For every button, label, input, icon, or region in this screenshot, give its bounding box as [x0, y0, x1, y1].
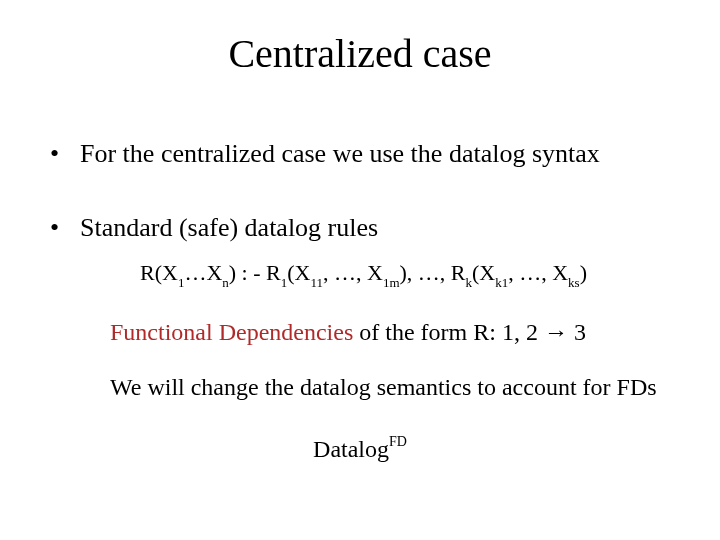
- rule-sub: 11: [310, 275, 323, 290]
- rule-text: (X: [287, 260, 310, 285]
- rule-text: (X: [472, 260, 495, 285]
- fd-label: Functional Dependencies: [110, 319, 353, 345]
- rule-sub: k: [466, 275, 473, 290]
- rule-sub: 1: [281, 275, 288, 290]
- rule-text: ) : - R: [229, 260, 281, 285]
- rule-sub: 1: [178, 275, 185, 290]
- slide-title: Centralized case: [50, 30, 670, 77]
- datalog-base: Datalog: [313, 436, 389, 462]
- rule-text: ), …, R: [400, 260, 466, 285]
- rule-text: , …, X: [508, 260, 568, 285]
- rule-text: …X: [184, 260, 222, 285]
- fd-rest: of the form R: 1, 2 → 3: [353, 319, 586, 345]
- bullet-1: For the centralized case we use the data…: [50, 137, 670, 171]
- datalog-rule: R(X1…Xn) : - R1(X11, …, X1m), …, Rk(Xk1,…: [140, 260, 670, 289]
- rule-sub: n: [222, 275, 229, 290]
- bullet-2: Standard (safe) datalog rules: [50, 211, 670, 245]
- rule-sub: 1m: [383, 275, 400, 290]
- datalog-fd: DatalogFD: [50, 436, 670, 463]
- rule-sub: k1: [495, 275, 508, 290]
- slide: Centralized case For the centralized cas…: [0, 0, 720, 540]
- rule-text: , …, X: [323, 260, 383, 285]
- fd-line: Functional Dependencies of the form R: 1…: [110, 319, 670, 346]
- rule-text: ): [580, 260, 587, 285]
- rule-text: R(X: [140, 260, 178, 285]
- datalog-sup: FD: [389, 434, 407, 449]
- change-line: We will change the datalog semantics to …: [110, 374, 670, 401]
- rule-sub: ks: [568, 275, 580, 290]
